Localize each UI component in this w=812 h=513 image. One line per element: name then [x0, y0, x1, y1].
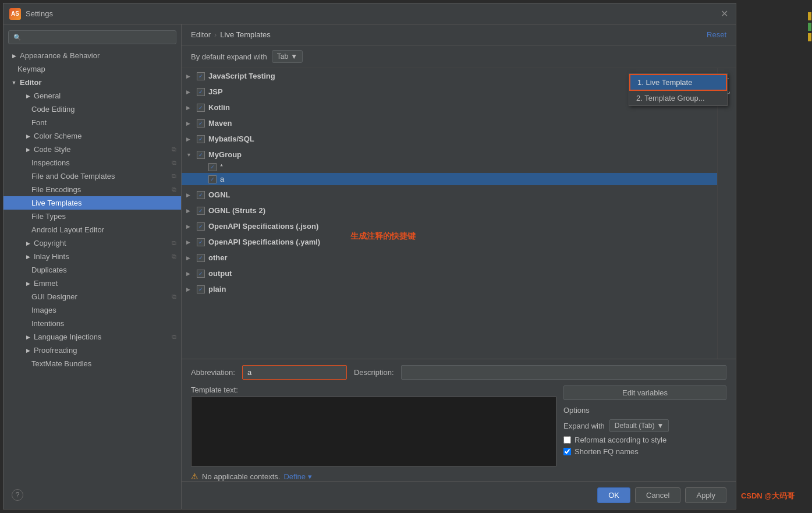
- group-checkbox-mygroup[interactable]: ✓: [197, 151, 205, 159]
- item-checkbox-star[interactable]: ✓: [208, 163, 217, 171]
- group-checkbox-openapi-yaml[interactable]: ✓: [197, 238, 205, 246]
- warning-row: ⚠ No applicable contexts. Define ▾: [191, 472, 556, 481]
- sidebar-item-images[interactable]: Images: [3, 303, 181, 317]
- sidebar-item-inlay-hints[interactable]: ▶ Inlay Hints ⧉: [3, 250, 181, 263]
- code-style-arrow-icon: ▶: [24, 146, 31, 153]
- sidebar-item-duplicates[interactable]: Duplicates: [3, 263, 181, 277]
- sidebar-item-android-layout-editor[interactable]: Android Layout Editor: [3, 223, 181, 236]
- group-row-other[interactable]: ▶ ✓ other: [182, 252, 717, 264]
- group-checkbox-javascript-testing[interactable]: ✓: [197, 72, 205, 80]
- main-content: Editor › Live Templates Reset By default…: [182, 24, 736, 509]
- warning-icon: ⚠: [191, 472, 198, 481]
- search-box[interactable]: 🔍: [8, 30, 176, 44]
- sidebar-item-editor[interactable]: ▼ Editor: [3, 76, 181, 89]
- edit-variables-button[interactable]: Edit variables: [563, 385, 726, 400]
- group-row-mygroup[interactable]: ▼ ✓ MyGroup: [182, 148, 717, 161]
- app-icon: AS: [9, 8, 21, 20]
- expand-with-arrow-icon: ▼: [657, 422, 664, 430]
- group-row-openapi-yaml[interactable]: ▶ ✓ OpenAPI Specifications (.yaml): [182, 236, 717, 248]
- pr-arrow-icon: ▶: [24, 347, 31, 354]
- group-row-mybatis[interactable]: ▶ ✓ Mybatis/SQL: [182, 133, 717, 145]
- group-checkbox-ognl[interactable]: ✓: [197, 191, 205, 199]
- group-row-ognl-struts[interactable]: ▶ ✓ OGNL (Struts 2): [182, 204, 717, 217]
- shorten-fq-checkbox[interactable]: [563, 448, 571, 455]
- group-row-openapi-json[interactable]: ▶ ✓ OpenAPI Specifications (.json): [182, 220, 717, 232]
- group-arrow-icon-mygroup: ▼: [186, 152, 194, 158]
- group-arrow-icon-ognl-struts: ▶: [186, 208, 194, 214]
- sidebar-item-code-style[interactable]: ▶ Code Style ⧉: [3, 143, 181, 156]
- copy-icon-fe: ⧉: [172, 186, 176, 193]
- sidebar-item-appearance[interactable]: ▶ Appearance & Behavior: [3, 49, 181, 62]
- sidebar-item-code-editing[interactable]: Code Editing: [3, 102, 181, 116]
- sidebar-item-language-injections[interactable]: ▶ Language Injections ⧉: [3, 330, 181, 344]
- group-row-output[interactable]: ▶ ✓ output: [182, 267, 717, 280]
- define-link[interactable]: Define ▾: [283, 472, 311, 481]
- copyright-arrow-icon: ▶: [24, 240, 31, 247]
- dropdown-item-live-template[interactable]: 1. Live Template: [629, 74, 727, 91]
- template-text-area[interactable]: [191, 397, 556, 466]
- expand-arrow-icon: ▼: [290, 52, 297, 61]
- template-item-a[interactable]: ✓ a: [182, 173, 717, 185]
- apply-button[interactable]: Apply: [685, 487, 726, 503]
- sidebar-item-color-scheme[interactable]: ▶ Color Scheme: [3, 129, 181, 143]
- group-row-plain[interactable]: ▶ ✓ plain: [182, 283, 717, 295]
- cancel-button[interactable]: Cancel: [635, 487, 680, 503]
- help-button[interactable]: ?: [12, 489, 23, 501]
- sidebar-item-general[interactable]: ▶ General: [3, 89, 181, 102]
- sidebar: 🔍 ▶ Appearance & Behavior Keymap ▼ Edito…: [3, 24, 182, 509]
- group-arrow-icon-openapi-json: ▶: [186, 224, 194, 229]
- sidebar-item-copyright[interactable]: ▶ Copyright ⧉: [3, 236, 181, 250]
- sidebar-item-textmate-bundles[interactable]: TextMate Bundles: [3, 357, 181, 370]
- sidebar-item-gui-designer[interactable]: GUI Designer ⧉: [3, 290, 181, 303]
- group-mybatis: ▶ ✓ Mybatis/SQL: [182, 131, 717, 147]
- expand-dropdown[interactable]: Tab ▼: [272, 50, 303, 63]
- sidebar-item-inspections[interactable]: Inspections ⧉: [3, 156, 181, 169]
- description-label: Description:: [354, 368, 394, 377]
- group-ognl: ▶ ✓ OGNL: [182, 187, 717, 203]
- item-checkbox-a[interactable]: ✓: [208, 175, 217, 183]
- description-input[interactable]: [401, 365, 726, 380]
- sidebar-item-intentions[interactable]: Intentions: [3, 317, 181, 330]
- group-checkbox-kotlin[interactable]: ✓: [197, 104, 205, 112]
- bottom-form-left: Template text: ⚠ No applicable contexts.…: [191, 385, 556, 481]
- group-row-maven[interactable]: ▶ ✓ Maven: [182, 117, 717, 129]
- expand-with-dropdown[interactable]: Default (Tab) ▼: [609, 419, 669, 432]
- group-plain: ▶ ✓ plain: [182, 281, 717, 297]
- reset-button[interactable]: Reset: [707, 30, 726, 39]
- group-checkbox-plain[interactable]: ✓: [197, 285, 205, 293]
- group-maven: ▶ ✓ Maven: [182, 115, 717, 131]
- group-checkbox-jsp[interactable]: ✓: [197, 88, 205, 96]
- templates-area: ▶ ✓ JavaScript Testing ▶ ✓ JSP: [182, 68, 736, 359]
- group-checkbox-other[interactable]: ✓: [197, 254, 205, 262]
- abbreviation-input[interactable]: [242, 365, 347, 380]
- group-arrow-icon: ▶: [186, 73, 194, 79]
- template-item-star[interactable]: ✓ *: [182, 161, 717, 173]
- close-button[interactable]: ✕: [718, 8, 730, 20]
- sidebar-item-file-types[interactable]: File Types: [3, 210, 181, 223]
- search-input[interactable]: [24, 33, 171, 41]
- settings-window: AS Settings ✕ 🔍 ▶ Appearance & Behavior …: [3, 3, 736, 510]
- group-arrow-icon-kotlin: ▶: [186, 105, 194, 111]
- copy-icon-inspections: ⧉: [172, 159, 176, 167]
- dropdown-item-template-group[interactable]: 2. Template Group...: [629, 91, 727, 105]
- group-checkbox-ognl-struts[interactable]: ✓: [197, 207, 205, 215]
- sidebar-item-file-and-code-templates[interactable]: File and Code Templates ⧉: [3, 169, 181, 183]
- ok-button[interactable]: OK: [597, 487, 630, 503]
- group-checkbox-mybatis[interactable]: ✓: [197, 135, 205, 143]
- sidebar-item-keymap[interactable]: Keymap: [3, 62, 181, 76]
- sidebar-item-file-encodings[interactable]: File Encodings ⧉: [3, 183, 181, 196]
- group-arrow-icon-jsp: ▶: [186, 89, 194, 95]
- group-checkbox-output[interactable]: ✓: [197, 270, 205, 278]
- reformat-checkbox[interactable]: [563, 436, 571, 444]
- expand-with-row: Expand with Default (Tab) ▼: [563, 419, 726, 432]
- group-row-ognl[interactable]: ▶ ✓ OGNL: [182, 189, 717, 201]
- footer: OK Cancel Apply: [182, 481, 736, 509]
- sidebar-item-live-templates[interactable]: Live Templates: [3, 196, 181, 210]
- sidebar-item-font[interactable]: Font: [3, 116, 181, 129]
- group-checkbox-openapi-json[interactable]: ✓: [197, 222, 205, 231]
- group-arrow-icon-openapi-yaml: ▶: [186, 239, 194, 245]
- sidebar-item-proofreading[interactable]: ▶ Proofreading: [3, 344, 181, 357]
- copy-icon-copy: ⧉: [172, 239, 176, 247]
- group-checkbox-maven[interactable]: ✓: [197, 119, 205, 128]
- sidebar-item-emmet[interactable]: ▶ Emmet: [3, 277, 181, 290]
